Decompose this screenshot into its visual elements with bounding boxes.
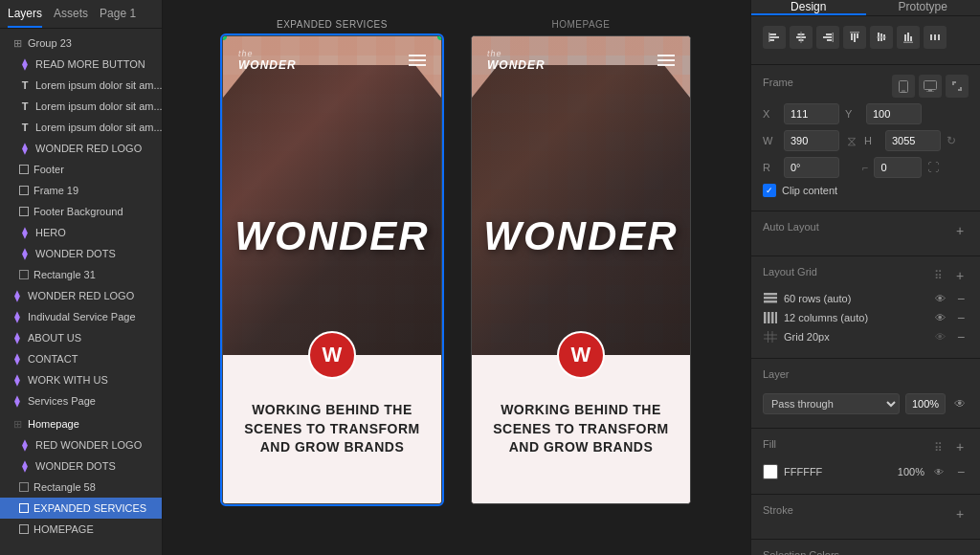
svg-rect-13: [854, 33, 856, 42]
layer-rect58[interactable]: Rectangle 58: [0, 477, 162, 498]
layer-lorem3[interactable]: T Lorem ipsum dolor sit am...: [0, 117, 162, 138]
align-center-h[interactable]: [790, 26, 813, 49]
add-auto-layout-btn[interactable]: +: [951, 222, 969, 239]
component-icon: ⧫: [19, 227, 31, 238]
frame-rotate-row: R ⌐ ⛶: [763, 157, 969, 178]
layer-wonder-dots2[interactable]: ⧫ WONDER DOTS: [0, 455, 162, 477]
svg-rect-32: [764, 293, 777, 296]
layer-visibility-btn[interactable]: 👁: [951, 395, 969, 412]
grid-grid-remove-btn[interactable]: −: [953, 329, 969, 344]
component-badge-right[interactable]: </>: [476, 35, 493, 36]
layer-expanded-services[interactable]: EXPANDED SERVICES: [0, 498, 162, 519]
layer-homepage-group[interactable]: ⊞ Homepage: [0, 413, 162, 434]
layer-wonder-red-logo1[interactable]: ⧫ WONDER RED LOGO: [0, 138, 162, 159]
grid-columns-eye-btn[interactable]: 👁: [932, 310, 947, 325]
svg-rect-31: [926, 92, 934, 93]
tab-prototype[interactable]: Prototype: [866, 0, 981, 15]
phone-frame-homepage[interactable]: </> theWONDER WONDER W: [471, 35, 691, 504]
frame-icon: [19, 207, 29, 216]
add-fill-btn[interactable]: +: [951, 438, 969, 455]
tab-layers[interactable]: Layers: [8, 7, 42, 28]
alignment-section: [751, 16, 980, 65]
layer-footer-bg[interactable]: Footer Background: [0, 201, 162, 222]
frame-icon-desktop[interactable]: [919, 75, 942, 98]
frame-header-row: Frame: [763, 75, 969, 98]
align-right[interactable]: [816, 26, 839, 49]
add-stroke-btn[interactable]: +: [951, 505, 969, 522]
frame-label: Frame: [763, 77, 793, 88]
component-badge-left[interactable]: </>: [227, 35, 244, 36]
fill-settings-btn[interactable]: ⠿: [928, 438, 947, 457]
frame-icon-mobile[interactable]: [892, 75, 915, 98]
component-icon: ⧫: [11, 374, 23, 386]
layer-rect31[interactable]: Rectangle 31: [0, 264, 162, 285]
layer-about-us[interactable]: ⧫ ABOUT US: [0, 327, 162, 348]
link-wh-btn[interactable]: ⧖: [847, 133, 857, 149]
phone-frame-expanded[interactable]: </> theWONDER WO: [222, 35, 442, 504]
layer-work-with-us[interactable]: ⧫ WORK WITH US: [0, 369, 162, 390]
grid-rows-eye-btn[interactable]: 👁: [932, 291, 947, 306]
rotate-input[interactable]: [784, 157, 839, 178]
svg-rect-35: [764, 312, 767, 323]
link-h-btn[interactable]: ↻: [947, 134, 956, 147]
layer-frame19[interactable]: Frame 19: [0, 180, 162, 201]
layer-contact[interactable]: ⧫ CONTACT: [0, 348, 162, 369]
layer-group23[interactable]: ⊞ Group 23: [0, 33, 162, 54]
grid-columns-icon: [763, 311, 778, 324]
layer-red-wonder-logo[interactable]: ⧫ RED WONDER LOGO: [0, 434, 162, 455]
frame-resize-btn[interactable]: [946, 75, 969, 98]
selection-handle-tr[interactable]: [437, 35, 442, 40]
layer-wonder-red-logo2[interactable]: ⧫ WONDER RED LOGO: [0, 285, 162, 306]
fill-swatch[interactable]: [763, 464, 778, 479]
h-label: H: [864, 135, 880, 146]
right-panel: Design Prototype: [750, 0, 980, 555]
fill-remove-btn[interactable]: −: [953, 464, 969, 479]
distribute[interactable]: [924, 26, 947, 49]
layer-lorem2[interactable]: T Lorem ipsum dolor sit am...: [0, 96, 162, 117]
svg-rect-37: [771, 312, 774, 323]
component-icon: ⧫: [19, 460, 31, 472]
grid-columns-remove-btn[interactable]: −: [953, 310, 969, 325]
rect-icon: [19, 270, 29, 279]
layer-read-more[interactable]: ⧫ READ MORE BUTTON: [0, 54, 162, 75]
layer-homepage-item[interactable]: HOMEPAGE: [0, 519, 162, 540]
fullscreen-btn[interactable]: ⛶: [927, 161, 939, 174]
align-left[interactable]: [763, 26, 786, 49]
add-grid-btn[interactable]: +: [951, 267, 969, 284]
x-input[interactable]: [784, 103, 839, 124]
hamburger-menu[interactable]: [409, 55, 426, 66]
clip-checkbox[interactable]: ✓: [763, 184, 776, 197]
blend-mode-select[interactable]: Pass through: [763, 393, 900, 414]
h-input[interactable]: [885, 130, 941, 151]
svg-rect-38: [775, 312, 777, 323]
fill-visibility-btn[interactable]: 👁: [930, 463, 947, 480]
component-icon: ⧫: [19, 58, 31, 70]
w-input[interactable]: [784, 130, 839, 151]
tab-page[interactable]: Page 1: [100, 7, 136, 28]
opacity-input[interactable]: [905, 393, 946, 414]
layer-lorem1[interactable]: T Lorem ipsum dolor sit am...: [0, 75, 162, 96]
sidebar-tabs: Layers Assets Page 1: [0, 0, 162, 29]
align-bottom[interactable]: [897, 26, 920, 49]
component-icon: ⧫: [19, 439, 31, 451]
y-input[interactable]: [866, 103, 922, 124]
corner-input[interactable]: [874, 157, 922, 178]
grid-rows-remove-btn[interactable]: −: [953, 291, 969, 306]
tab-assets[interactable]: Assets: [54, 7, 88, 28]
stroke-header: Stroke +: [763, 504, 969, 523]
layer-hero[interactable]: ⧫ HERO: [0, 222, 162, 243]
grid-grid-eye-btn[interactable]: 👁: [932, 329, 947, 344]
layer-wonder-dots[interactable]: ⧫ WONDER DOTS: [0, 243, 162, 264]
svg-rect-29: [924, 81, 937, 90]
layers-list: ⊞ Group 23 ⧫ READ MORE BUTTON T Lorem ip…: [0, 29, 162, 555]
tab-design[interactable]: Design: [751, 0, 866, 15]
layer-individual-service[interactable]: ⧫ Indivudal Service Page: [0, 306, 162, 327]
align-top[interactable]: [843, 26, 866, 49]
layer-services-page[interactable]: ⧫ Services Page: [0, 390, 162, 411]
layout-grid-settings-btn[interactable]: ⠿: [928, 266, 947, 285]
frame-icon: [19, 503, 29, 513]
hamburger-menu-homepage[interactable]: [657, 55, 675, 66]
group-icon: ⊞: [11, 418, 23, 430]
align-middle[interactable]: [870, 26, 893, 49]
layer-footer[interactable]: Footer: [0, 159, 162, 180]
